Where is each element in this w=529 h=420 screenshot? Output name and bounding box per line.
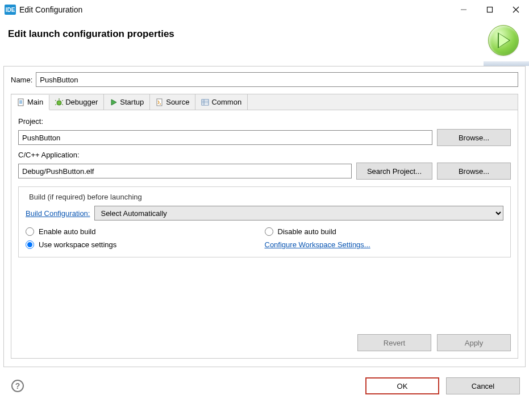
build-config-row: Build Configuration: Select Automaticall… [26,206,503,221]
name-label: Name: [11,76,32,84]
tab-common-label: Common [211,98,241,106]
table-icon [201,98,209,106]
build-configuration-select[interactable]: Select Automatically [94,206,503,221]
svg-rect-1 [488,7,493,13]
project-row: Browse... [18,129,511,146]
svg-point-8 [57,101,61,105]
disable-auto-build-label: Disable auto build [278,227,336,236]
footer-buttons: OK Cancel [365,377,520,394]
name-row: Name: [11,72,518,87]
source-icon [156,98,164,106]
svg-line-11 [62,100,63,101]
search-project-button[interactable]: Search Project... [356,163,432,180]
disable-auto-build-radio[interactable]: Disable auto build [265,227,504,236]
tab-startup-label: Startup [120,98,144,106]
cancel-button[interactable]: Cancel [446,377,520,394]
project-input[interactable] [18,130,432,145]
svg-rect-17 [202,99,209,105]
svg-marker-14 [111,99,116,105]
application-row: Search Project... Browse... [18,163,511,180]
svg-rect-7 [19,103,22,103]
configure-workspace-cell: Configure Workspace Settings... [265,240,504,249]
close-button[interactable] [503,1,529,18]
tab-common[interactable]: Common [195,94,248,110]
maximize-button[interactable] [477,1,503,18]
decorative-strip [484,61,529,66]
run-icon [488,25,519,56]
panel-actions: Revert Apply [18,334,511,351]
app-badge-icon: IDE [5,5,16,15]
revert-button[interactable]: Revert [357,334,431,351]
page-title: Edit launch configuration properties [8,28,174,40]
tab-source[interactable]: Source [150,94,195,110]
minimize-button[interactable] [451,1,477,18]
svg-rect-5 [19,101,22,101]
ok-button[interactable]: OK [365,377,439,394]
tabbar: Main Debugger Startup Source Common [11,94,518,110]
disable-auto-build-input[interactable] [265,227,273,236]
project-label: Project: [18,117,511,126]
build-options-grid: Enable auto build Disable auto build Use… [26,227,503,249]
svg-line-12 [55,104,56,105]
window-controls [451,1,529,18]
tab-startup[interactable]: Startup [104,94,150,110]
build-group-legend: Build (if required) before launching [27,193,144,201]
build-group: Build (if required) before launching Bui… [18,186,511,257]
use-workspace-settings-input[interactable] [26,240,34,249]
help-icon[interactable]: ? [11,380,24,392]
configure-workspace-link[interactable]: Configure Workspace Settings... [265,240,370,249]
header: Edit launch configuration properties [0,19,529,66]
titlebar: IDE Edit Configuration [0,0,529,19]
enable-auto-build-label: Enable auto build [39,227,95,236]
application-input[interactable] [18,164,352,178]
build-configuration-link[interactable]: Build Configuration: [26,209,90,218]
tab-main[interactable]: Main [11,95,49,110]
use-workspace-settings-radio[interactable]: Use workspace settings [26,240,265,249]
tab-debugger-label: Debugger [65,98,98,106]
project-browse-button[interactable]: Browse... [437,129,511,146]
apply-button[interactable]: Apply [437,334,511,351]
svg-rect-6 [19,102,22,102]
window-title: Edit Configuration [19,5,82,14]
play-icon [110,98,118,106]
enable-auto-build-input[interactable] [26,227,34,236]
document-icon [17,98,25,106]
enable-auto-build-radio[interactable]: Enable auto build [26,227,265,236]
tab-debugger[interactable]: Debugger [49,94,104,110]
name-input[interactable] [36,72,518,87]
tab-main-label: Main [27,98,43,106]
svg-line-13 [62,104,63,105]
config-panel: Name: Main Debugger Startup Source Commo… [3,66,526,367]
dialog-footer: ? OK Cancel [0,371,529,401]
use-workspace-settings-label: Use workspace settings [39,240,116,249]
application-label: C/C++ Application: [18,151,511,159]
tab-main-page: Project: Browse... C/C++ Application: Se… [11,110,518,359]
svg-line-10 [55,100,56,101]
tab-source-label: Source [166,98,189,106]
bug-icon [55,98,63,106]
application-browse-button[interactable]: Browse... [437,163,511,180]
